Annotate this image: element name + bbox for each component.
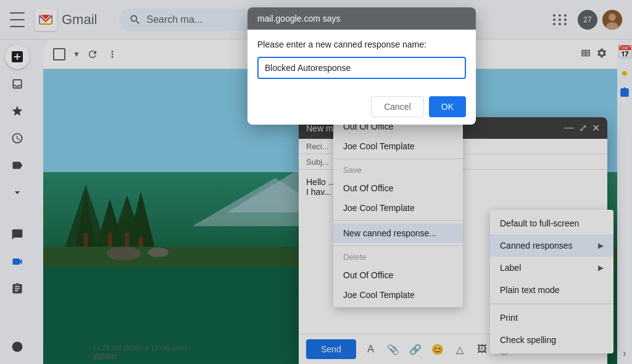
- canned-response-name-input[interactable]: [257, 57, 466, 79]
- ok-button[interactable]: OK: [429, 96, 466, 117]
- dialog-prompt: Please enter a new canned response name:: [257, 39, 466, 49]
- dialog-overlay: mail.google.com says Please enter a new …: [0, 0, 632, 364]
- canned-response-dialog: mail.google.com says Please enter a new …: [247, 7, 476, 125]
- dialog-title: mail.google.com says: [247, 7, 476, 30]
- cancel-button[interactable]: Cancel: [371, 96, 424, 117]
- dialog-buttons: Cancel OK: [247, 89, 476, 125]
